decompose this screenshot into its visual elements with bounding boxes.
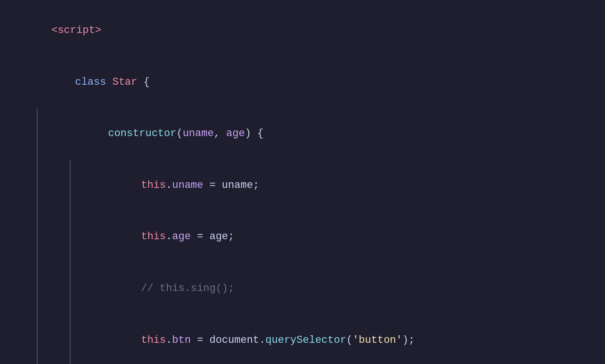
code-editor: <script> class Star { constructor(uname,… bbox=[0, 0, 605, 364]
line-class-decl: class Star { bbox=[0, 57, 605, 108]
var-age: age bbox=[209, 231, 228, 243]
prop-age: age bbox=[172, 231, 191, 243]
var-uname: uname bbox=[222, 179, 253, 191]
prop-uname: uname bbox=[172, 179, 203, 191]
line-constructor: constructor(uname, age) { bbox=[0, 108, 605, 160]
line-comment-sing: // this.sing(); bbox=[0, 263, 605, 315]
param-uname: uname bbox=[183, 128, 214, 139]
line-this-btn: this.btn = document.querySelector('butto… bbox=[0, 314, 605, 364]
string-button: 'button' bbox=[352, 334, 402, 346]
this-keyword2: this bbox=[141, 231, 166, 243]
line-script-tag: <script> bbox=[0, 5, 605, 57]
line-this-age: this.age = age; bbox=[0, 211, 605, 263]
classname-star: Star bbox=[112, 76, 143, 88]
keyword-class: class bbox=[75, 76, 112, 88]
script-open-tag: <script> bbox=[51, 24, 101, 36]
comment-sing: // this.sing(); bbox=[141, 283, 234, 294]
param-age: age bbox=[226, 128, 245, 139]
line-this-uname: this.uname = uname; bbox=[0, 160, 605, 211]
this-keyword: this bbox=[141, 179, 166, 191]
document-keyword: document bbox=[209, 334, 259, 346]
this-keyword3: this bbox=[141, 334, 166, 346]
prop-btn: btn bbox=[172, 334, 191, 346]
method-queryselector: querySelector bbox=[265, 334, 346, 346]
keyword-constructor: constructor bbox=[108, 128, 176, 139]
